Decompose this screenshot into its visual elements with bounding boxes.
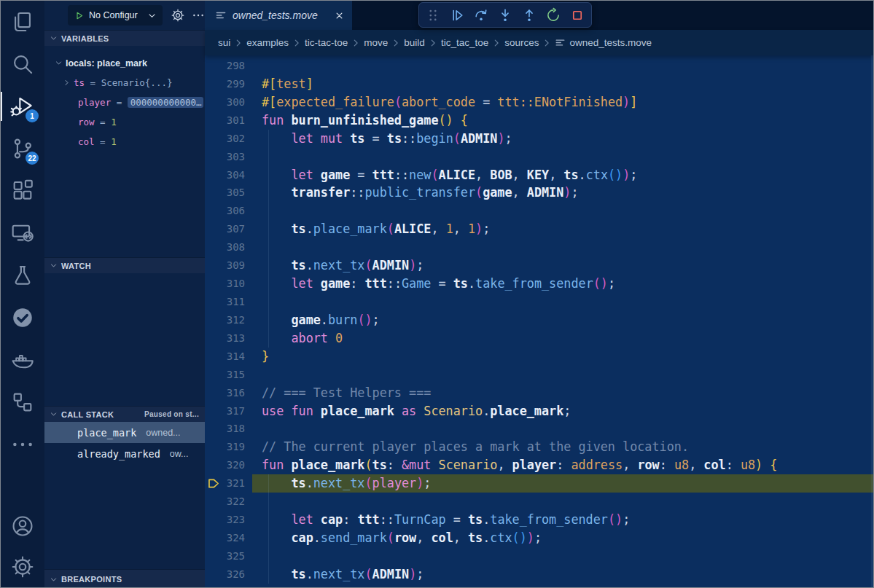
line-number[interactable]: 316	[205, 384, 252, 402]
code-line-content[interactable]: let cap: ttt::TurnCap = ts.take_from_sen…	[252, 511, 873, 529]
code-line-content[interactable]	[252, 366, 873, 384]
code-line-content[interactable]	[252, 293, 873, 311]
code-line-content[interactable]: use fun place_mark as Scenario.place_mar…	[252, 402, 873, 420]
section-header-breakpoints[interactable]: BREAKPOINTS	[44, 569, 205, 588]
restart-button[interactable]	[545, 7, 562, 24]
code-line-content[interactable]: ts.next_tx(ADMIN);	[252, 256, 873, 275]
breadcrumb-item-examples[interactable]: examples	[246, 37, 289, 48]
variables-scope[interactable]: locals: place_mark	[44, 53, 205, 73]
debug-config-dropdown[interactable]: No Configur	[68, 5, 163, 26]
step-out-button[interactable]	[520, 7, 538, 24]
variable-row-ts[interactable]: ts = Scenario{...}	[44, 73, 205, 93]
code-line-content[interactable]	[252, 547, 873, 565]
code-line-content[interactable]: let mut ts = ts::begin(ADMIN);	[252, 130, 873, 148]
activity-item-checks[interactable]	[1, 297, 44, 339]
breadcrumb-item-sources[interactable]: sources	[504, 37, 539, 48]
step-over-button[interactable]	[472, 7, 490, 24]
line-number[interactable]: 302	[205, 130, 252, 148]
code-line-content[interactable]	[252, 420, 873, 438]
code-line-content[interactable]: #[test]	[252, 75, 873, 93]
line-number[interactable]: 314	[205, 348, 252, 366]
call-stack-frame-place_mark[interactable]: place_mark owned...	[44, 422, 205, 443]
code-line-content[interactable]: let game = ttt::new(ALICE, BOB, KEY, ts.…	[252, 166, 873, 184]
section-header-watch[interactable]: WATCH	[44, 257, 205, 273]
drag-handle-button[interactable]	[424, 7, 442, 24]
section-header-call-stack[interactable]: CALL STACK Paused on st...	[44, 406, 205, 422]
close-icon[interactable]	[334, 10, 345, 21]
line-number[interactable]: 310	[205, 275, 252, 293]
tab-owned-tests-move[interactable]: owned_tests.move	[205, 1, 352, 30]
breadcrumb-item-build[interactable]: build	[404, 37, 425, 48]
code-line-content[interactable]: abort 0	[252, 329, 873, 348]
line-number[interactable]: 298	[205, 57, 252, 75]
line-number[interactable]: 317	[205, 402, 252, 420]
line-number[interactable]: 312	[205, 311, 252, 329]
code-line-content[interactable]: ts.next_tx(player);	[252, 474, 873, 493]
line-number[interactable]: 321	[205, 474, 252, 493]
code-line-content[interactable]: // === Test Helpers ===	[252, 384, 873, 402]
line-number[interactable]: 324	[205, 529, 252, 547]
code-line-content[interactable]	[252, 202, 873, 220]
code-line-content[interactable]: game.burn();	[252, 311, 873, 329]
line-number[interactable]: 315	[205, 366, 252, 384]
variable-row-row[interactable]: row = 1	[44, 112, 205, 132]
line-number[interactable]: 305	[205, 184, 252, 202]
code-line-content[interactable]	[252, 238, 873, 256]
call-stack-frame-already_marked[interactable]: already_marked ow...	[44, 443, 205, 464]
line-number[interactable]: 300	[205, 93, 252, 111]
line-number[interactable]: 323	[205, 511, 252, 529]
line-number[interactable]: 299	[205, 75, 252, 93]
code-line-content[interactable]: ts.place_mark(ALICE, 1, 1);	[252, 220, 873, 238]
activity-item-account[interactable]	[1, 506, 44, 546]
code-line-content[interactable]: // The current player places a mark at t…	[252, 438, 873, 456]
line-number[interactable]: 311	[205, 293, 252, 311]
variable-row-player[interactable]: player = 000000000000…	[44, 93, 205, 112]
line-number[interactable]: 322	[205, 493, 252, 511]
line-number[interactable]: 320	[205, 456, 252, 474]
activity-item-settings[interactable]	[1, 546, 44, 587]
code-line-content[interactable]: }	[252, 348, 873, 366]
activity-item-more-views[interactable]	[1, 423, 44, 466]
breadcrumb-item-tic_tac_toe[interactable]: tic_tac_toe	[441, 37, 488, 48]
activity-item-search[interactable]	[1, 43, 44, 85]
code-line-content[interactable]: #[expected_failure(abort_code = ttt::ENo…	[252, 93, 873, 111]
more-actions-icon[interactable]	[192, 9, 205, 22]
activity-item-testing[interactable]	[1, 254, 44, 297]
line-number[interactable]: 325	[205, 547, 252, 565]
stop-button[interactable]	[569, 7, 586, 24]
activity-item-remote-explorer[interactable]	[1, 212, 44, 254]
line-number[interactable]: 307	[205, 220, 252, 238]
activity-item-pipeline[interactable]	[1, 381, 44, 423]
code-line-content[interactable]: ts.next_tx(ADMIN);	[252, 565, 873, 584]
code-line-content[interactable]: cap.send_mark(row, col, ts.ctx());	[252, 529, 873, 547]
code-line-content[interactable]: transfer::public_transfer(game, ADMIN);	[252, 184, 873, 202]
step-into-button[interactable]	[496, 7, 514, 24]
line-number[interactable]: 308	[205, 238, 252, 256]
code-line-content[interactable]: let game: ttt::Game = ts.take_from_sende…	[252, 275, 873, 293]
section-header-variables[interactable]: VARIABLES	[44, 30, 205, 46]
variable-row-col[interactable]: col = 1	[44, 132, 205, 152]
line-number[interactable]: 304	[205, 166, 252, 184]
line-number[interactable]: 301	[205, 111, 252, 130]
activity-item-extensions[interactable]	[1, 170, 44, 212]
line-number[interactable]: 309	[205, 256, 252, 275]
breadcrumb-item-tic-tac-toe[interactable]: tic-tac-toe	[305, 37, 348, 48]
line-number[interactable]: 306	[205, 202, 252, 220]
activity-item-source-control[interactable]: 22	[1, 128, 44, 170]
activity-item-run-debug[interactable]: 1	[1, 85, 44, 128]
activity-item-docker[interactable]	[1, 339, 44, 381]
line-number[interactable]: 313	[205, 329, 252, 348]
activity-item-explorer[interactable]	[1, 1, 44, 43]
continue-button[interactable]	[448, 7, 466, 24]
debug-settings-gear-icon[interactable]	[171, 8, 185, 23]
line-number[interactable]: 318	[205, 420, 252, 438]
code-line-content[interactable]	[252, 148, 873, 166]
breadcrumb-item-sui[interactable]: sui	[218, 37, 230, 48]
code-line-content[interactable]: fun burn_unfinished_game() {	[252, 111, 873, 130]
breadcrumb-item-move[interactable]: move	[364, 37, 388, 48]
line-number[interactable]: 303	[205, 148, 252, 166]
breadcrumb-file[interactable]: owned_tests.move	[555, 37, 652, 48]
code-line-content[interactable]	[252, 57, 873, 75]
code-line-content[interactable]: fun place_mark(ts: &mut Scenario, player…	[252, 456, 873, 474]
line-number[interactable]: 319	[205, 438, 252, 456]
